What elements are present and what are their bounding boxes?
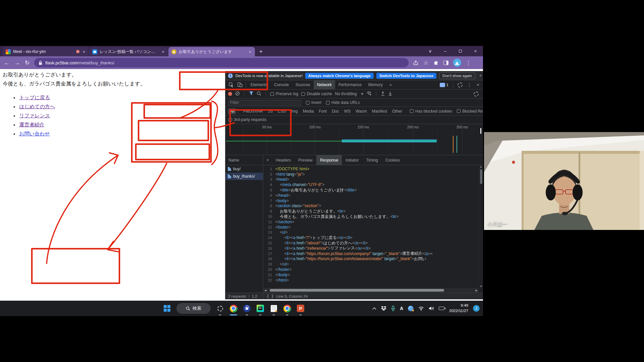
close-icon[interactable]: × [468,46,483,56]
share-icon[interactable] [413,60,419,65]
devtools-tab-console[interactable]: Console [271,80,292,89]
profile-avatar[interactable] [453,59,461,67]
devtools-close-icon[interactable]: × [475,82,481,87]
filter-chip-doc[interactable]: Doc [330,108,341,114]
request-row[interactable]: buy_thanks/ [225,173,263,180]
devtools-tab-sources[interactable]: Sources [292,80,314,89]
volume-icon[interactable] [429,306,434,311]
filter-chip-ws[interactable]: WS [342,108,353,114]
issues-icon[interactable]: 1 [438,83,450,87]
response-tab-initiator[interactable]: Initiator [342,155,362,165]
scroll-right-icon[interactable]: ▶ [476,289,478,292]
network-settings-gear-icon[interactable] [472,92,480,97]
network-overview-timeline[interactable]: 50 ms100 ms150 ms200 ms250 ms [225,124,483,155]
devtools-tab-memory[interactable]: Memory [365,80,386,89]
settings-app[interactable] [213,301,227,316]
new-tab-button[interactable]: + [256,47,266,56]
filter-chip-wasm[interactable]: Wasm [354,108,369,114]
scroll-up-icon[interactable]: ▲ [480,165,482,168]
pen-battery-icon[interactable] [439,307,444,310]
page-link[interactable]: •はじめての方へ [13,102,55,111]
response-tab-timing[interactable]: Timing [362,155,382,165]
response-tab-cookies[interactable]: Cookies [382,155,404,165]
filter-chip-img[interactable]: Img [289,108,300,114]
extensions-puzzle-icon[interactable] [433,60,439,65]
browser-tab[interactable]: レッスン-投稿一覧 パソコン仕事 5 倍× [89,47,168,56]
browser-tab[interactable]: お取引ありがとうございます× [168,47,255,56]
network-conditions-icon[interactable] [366,91,372,97]
device-toolbar-icon[interactable] [235,82,244,87]
address-bar[interactable]: flask.pc5bai.com/metal/buy_thanks/ [34,58,409,67]
disable-cache-checkbox[interactable]: Disable cache [301,92,332,96]
filter-chip-all[interactable]: All [228,108,236,114]
request-list-header[interactable]: Name [225,155,263,165]
link-label[interactable]: トップに戻る [19,95,50,101]
dont-show-again-button[interactable]: Don't show again [439,72,475,79]
filter-chip-js[interactable]: JS [266,108,275,114]
horizontal-scroll-thumb[interactable] [270,289,444,292]
tray-chevron-icon[interactable] [372,307,376,310]
page-link[interactable]: •運営者紹介 [13,120,55,129]
more-tabs-icon[interactable]: » [386,80,395,89]
chrome-app-2[interactable] [280,301,294,316]
browser-tab[interactable]: Meet - vio-rfur-yim× [3,47,89,56]
throttling-select[interactable]: No throttling ▾ [335,92,363,96]
restore-icon[interactable] [453,46,468,56]
minimize-icon[interactable]: – [438,46,453,56]
record-icon[interactable] [228,92,232,96]
response-tab-headers[interactable]: Headers [272,155,294,165]
devtools-tab-elements[interactable]: Elements [247,80,271,89]
response-tab-preview[interactable]: Preview [294,155,316,165]
import-har-icon[interactable] [381,91,385,97]
ime-indicator[interactable]: A [400,306,403,311]
link-label[interactable]: はじめての方へ [19,104,55,110]
filter-chip-manifest[interactable]: Manifest [370,108,389,114]
toast-close-icon[interactable]: × [478,73,483,78]
wifi-icon[interactable] [418,306,424,311]
devtools-settings-gear-icon[interactable] [456,82,464,87]
response-close-icon[interactable]: × [263,158,272,163]
filter-input[interactable] [228,100,301,106]
link-label[interactable]: リファレンス [19,113,50,119]
search-icon[interactable] [257,91,261,97]
devtools-menu-icon[interactable]: ⋮ [466,82,474,87]
taskbar-search[interactable]: 検索 [176,303,211,314]
keepass-app[interactable] [240,301,254,316]
clear-icon[interactable] [235,91,240,97]
microphone-icon[interactable] [391,306,395,311]
link-label[interactable]: 運営者紹介 [19,122,44,128]
powerpoint-app[interactable]: P [294,301,307,316]
notepad-app[interactable] [267,301,280,316]
tray-clock[interactable]: 9:49 2022/11/27 [449,303,468,313]
inspect-element-icon[interactable] [227,82,235,87]
forward-icon[interactable]: → [14,60,20,66]
browser-menu-icon[interactable]: ⋮ [466,60,471,66]
export-har-icon[interactable] [388,91,392,97]
has-blocked-cookies-checkbox[interactable]: Has blocked cookies [410,109,452,114]
tab-close-icon[interactable]: × [82,49,86,54]
tab-close-icon[interactable]: × [161,49,165,54]
invert-checkbox[interactable]: Invert [306,100,321,105]
filter-chip-other[interactable]: Other [390,108,404,114]
pycharm-app[interactable]: PC [254,301,267,316]
notification-badge[interactable]: 2 [473,305,480,312]
devtools-tab-performance[interactable]: Performance [335,80,365,89]
reload-icon[interactable]: ↻ [25,60,30,66]
devtools-tab-network[interactable]: Network [314,80,335,89]
vertical-scrollbar[interactable]: ▲ ▼ [479,165,483,288]
format-braces-icon[interactable]: { } [267,294,274,299]
link-label[interactable]: お問い合わせ [19,131,50,137]
back-icon[interactable]: ← [4,60,10,66]
filter-funnel-icon[interactable] [249,91,254,97]
horizontal-scrollbar[interactable]: ◀ ▶ [263,288,479,293]
filter-chip-media[interactable]: Media [301,108,316,114]
filter-chip-css[interactable]: CSS [276,108,288,114]
switch-japanese-button[interactable]: Switch DevTools to Japanese [376,73,436,79]
start-button[interactable] [160,301,174,316]
tab-search-icon[interactable]: ∨ [423,46,438,56]
hide-data-urls-checkbox[interactable]: Hide data URLs [326,100,360,105]
chrome-app-active[interactable] [227,301,240,316]
response-tab-response[interactable]: Response [316,155,342,165]
tray-app-icon[interactable] [408,306,414,311]
request-row[interactable]: buy/ [225,165,263,173]
